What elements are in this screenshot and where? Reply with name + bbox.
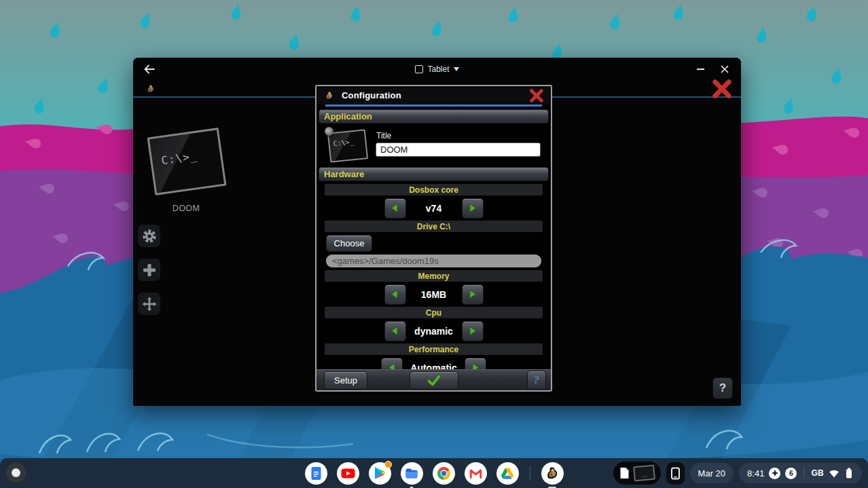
screenshot-thumbnail: ⋯ (633, 465, 655, 482)
application-section-header: Application (319, 109, 549, 124)
google-docs-icon (310, 466, 323, 481)
caret-down-icon (454, 67, 459, 71)
dialog-logo-icon (323, 89, 336, 102)
launcher-button[interactable] (5, 462, 26, 483)
date-button[interactable]: Mar 20 (690, 463, 734, 483)
game-icon: C:\>_ (325, 129, 369, 163)
window-caption-bar: Tablet (133, 58, 741, 81)
chrome-icon (437, 466, 451, 481)
status-tray-button[interactable]: 8:41 6 GB (739, 463, 862, 483)
doom-shortcut[interactable]: C:\>_ DOOM (148, 128, 224, 217)
hardware-section-header: Hardware (319, 167, 549, 181)
app-close-button[interactable] (711, 79, 733, 98)
performance-label: Performance (325, 343, 543, 355)
youtube-icon (341, 466, 355, 481)
screen: Tablet C:\>_ DOOM (0, 0, 868, 488)
cpu-value: dynamic (414, 326, 454, 337)
phone-icon (670, 467, 681, 480)
core-next-button[interactable] (462, 198, 484, 219)
files-icon (405, 468, 418, 479)
title-input[interactable] (376, 143, 541, 157)
arrow-right-icon (467, 289, 477, 299)
core-prev-button[interactable] (384, 198, 406, 219)
title-label: Title (376, 131, 541, 140)
play-store-icon (373, 466, 386, 480)
plus-icon (142, 263, 157, 278)
document-icon (619, 467, 630, 479)
core-value: v74 (414, 203, 454, 214)
shelf-apps (305, 462, 564, 485)
memory-label: Memory (325, 270, 543, 282)
holding-space-button[interactable]: ⋯ (613, 462, 661, 485)
dialog-body: Application C:\>_ Title Hardware Dosbox … (317, 107, 551, 390)
confirm-button[interactable] (410, 371, 458, 390)
arrow-left-icon (390, 326, 400, 336)
tablet-icon (415, 65, 423, 73)
cpu-prev-button[interactable] (384, 321, 406, 341)
move-icon (142, 297, 157, 312)
settings-button[interactable] (138, 225, 160, 247)
cpu-next-button[interactable] (462, 321, 484, 341)
dialog-title-bar: Configuration (317, 86, 551, 105)
dialog-close-button[interactable] (528, 89, 545, 102)
shelf-item-files[interactable] (401, 462, 423, 485)
shelf-item-magic-dosbox[interactable] (541, 462, 564, 485)
play-store-notification-dot (384, 461, 392, 468)
arrow-left-icon (390, 289, 400, 299)
shelf-item-gmail[interactable] (465, 462, 487, 485)
gear-icon (142, 229, 157, 244)
status-area: ⋯ Mar 20 8:41 6 GB (613, 462, 862, 485)
gmail-icon (469, 466, 483, 481)
shelf-item-chrome[interactable] (433, 462, 455, 485)
memory-spinner: 16MB (317, 284, 551, 304)
display-mode-button[interactable]: Tablet (133, 64, 741, 74)
time-label: 8:41 (747, 468, 764, 478)
tray-divider (803, 468, 804, 478)
shelf-item-youtube[interactable] (337, 462, 359, 485)
drive-c-label: Drive C:\ (325, 221, 543, 232)
memory-prev-button[interactable] (384, 284, 406, 305)
memory-value: 16MB (414, 289, 454, 300)
memory-next-button[interactable] (462, 284, 484, 305)
battery-icon (844, 468, 854, 478)
setup-button[interactable]: Setup (324, 371, 367, 390)
dialog-footer: Setup ? (317, 369, 551, 390)
arrow-right-icon (467, 326, 477, 336)
dosbox-core-label: Dosbox core (325, 184, 543, 195)
arrow-left-icon (390, 203, 400, 213)
phone-hub-button[interactable] (666, 462, 685, 485)
dialog-help-button[interactable]: ? (527, 371, 546, 390)
choose-button[interactable]: Choose (326, 235, 372, 252)
shelf-item-play-store[interactable] (369, 462, 391, 485)
display-mode-label: Tablet (427, 64, 449, 74)
shelf: ⋯ Mar 20 8:41 6 GB (0, 458, 868, 488)
configuration-dialog: Configuration Application C:\>_ Title (315, 85, 552, 392)
notification-counter: 6 (785, 468, 797, 479)
drive-path-field[interactable]: <games>/Games/doom19s (326, 255, 541, 267)
dosbox-core-spinner: v74 (317, 198, 551, 218)
date-label: Mar 20 (698, 468, 725, 478)
app-help-button[interactable]: ? (712, 377, 733, 399)
shelf-item-google-docs[interactable] (305, 462, 327, 485)
dos-mini-screen: C:\>_ (327, 129, 368, 163)
shelf-separator (530, 466, 530, 481)
google-drive-icon (501, 466, 514, 481)
shelf-item-google-drive[interactable] (496, 462, 519, 485)
check-icon (427, 375, 441, 386)
app-window: Tablet C:\>_ DOOM (133, 58, 741, 406)
move-button[interactable] (138, 293, 160, 315)
cpu-spinner: dynamic (317, 321, 551, 341)
application-row: C:\>_ Title (325, 129, 542, 163)
dialog-title: Configuration (342, 90, 401, 100)
doom-shortcut-label: DOOM (148, 204, 224, 213)
update-icon (769, 468, 780, 479)
dos-screen-icon: C:\>_ (147, 128, 227, 195)
cpu-label: Cpu (325, 307, 543, 318)
magic-dosbox-icon (544, 465, 560, 481)
app-logo-icon (144, 82, 157, 95)
ime-label: GB (811, 468, 824, 478)
pin-icon (325, 127, 333, 136)
add-game-button[interactable] (138, 259, 160, 281)
wifi-icon (829, 469, 839, 478)
arrow-right-icon (467, 203, 477, 213)
